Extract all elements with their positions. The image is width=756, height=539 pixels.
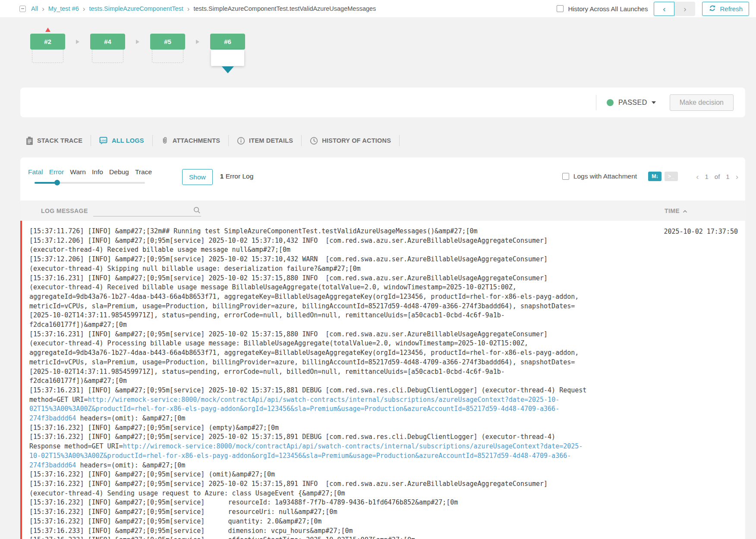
clipboard-icon xyxy=(26,137,33,145)
page-prev-icon[interactable]: ‹ xyxy=(696,172,699,181)
clock-icon xyxy=(310,137,318,145)
breadcrumb-separator-icon: › xyxy=(83,5,85,13)
log-text-segment: [15:37:16.232] [INFO] &amp#27;[0;95m[ser… xyxy=(29,498,458,506)
log-level-warn[interactable]: Warn xyxy=(70,168,85,176)
log-table-header: LOG MESSAGE TIME xyxy=(20,201,745,221)
breadcrumb-item[interactable]: All xyxy=(31,5,38,12)
sort-asc-icon xyxy=(683,207,687,214)
tab-history-of-actions[interactable]: HISTORY OF ACTIONS xyxy=(302,137,399,145)
breadcrumb-separator-icon: › xyxy=(42,5,44,13)
slider-handle[interactable] xyxy=(54,180,60,185)
log-line: [15:37:12.206] [INFO] &amp#27;[0;95m[ser… xyxy=(29,236,588,255)
logs-panel: FatalErrorWarnInfoDebugTrace Show 1 Erro… xyxy=(20,157,745,539)
breadcrumb-collapse-toggle[interactable] xyxy=(19,6,26,12)
history-separator xyxy=(125,34,150,66)
item-nav-group: ‹ › xyxy=(654,2,695,16)
prev-item-button[interactable]: ‹ xyxy=(654,2,674,16)
logs-with-attachment-checkbox[interactable] xyxy=(562,173,569,180)
history-badge-6[interactable]: #6 xyxy=(210,34,245,50)
log-line: [15:37:16.232] [INFO] &amp#27;[0;95m[ser… xyxy=(29,470,588,479)
breadcrumb-item[interactable]: tests.SimpleAzureComponentTest xyxy=(89,5,183,12)
status-dropdown[interactable]: PASSED xyxy=(607,99,656,107)
log-text-segment: [15:37:16.232] [INFO] &amp#27;[0;95m[ser… xyxy=(29,517,321,525)
log-level-labels: FatalErrorWarnInfoDebugTrace xyxy=(28,168,152,176)
log-text-segment: [15:37:11.726] [INFO] &amp#27;[32m## Run… xyxy=(29,227,478,235)
log-entry-time: 2025-10-02 17:37:50 xyxy=(664,228,738,235)
tab-attachments[interactable]: ATTACHMENTS xyxy=(153,136,228,145)
status-label: PASSED xyxy=(618,99,647,107)
history-badge-4[interactable]: #4 xyxy=(90,34,125,50)
filter-bar-right: Logs with Attachment M↓ >_ ‹ 1 of 1 › xyxy=(562,172,738,181)
log-line: [15:37:16.232] [INFO] &amp#27;[0;95m[ser… xyxy=(29,508,588,517)
markdown-view-toggle[interactable]: M↓ xyxy=(648,172,662,181)
log-level-slider[interactable] xyxy=(35,180,145,185)
top-bar-actions: History Across All Launches ‹ › Refresh xyxy=(557,2,749,16)
log-entry-row[interactable]: [15:37:11.726] [INFO] &amp#27;[32m## Run… xyxy=(20,221,745,539)
chevron-left-icon: ‹ xyxy=(663,5,665,13)
arrow-right-icon xyxy=(76,40,79,44)
error-log-count-label: Error Log xyxy=(224,172,253,180)
history-badge-2[interactable]: #2 xyxy=(30,34,65,50)
log-level-info[interactable]: Info xyxy=(92,168,103,176)
history-across-checkbox[interactable] xyxy=(557,5,564,12)
log-text-segment: [15:37:16.233] [INFO] &amp#27;[0;95m[ser… xyxy=(29,527,353,535)
log-line: [15:37:16.231] [INFO] &amp#27;[0;95m[ser… xyxy=(29,274,588,330)
page-of-label: of xyxy=(715,173,720,180)
log-level-trace[interactable]: Trace xyxy=(135,168,152,176)
status-divider xyxy=(596,95,596,110)
tab-item-details[interactable]: ITEM DETAILS xyxy=(229,137,301,145)
failed-marker-icon xyxy=(45,28,50,32)
selected-item-caret-icon xyxy=(222,66,234,73)
time-header[interactable]: TIME xyxy=(665,207,687,214)
tab-label: ITEM DETAILS xyxy=(249,137,293,144)
tab-all-logs[interactable]: LOGALL LOGS xyxy=(91,137,152,145)
show-button[interactable]: Show xyxy=(182,169,213,185)
log-text-segment: [15:37:12.206] [INFO] &amp#27;[0;95m[ser… xyxy=(29,237,551,254)
log-line: [15:37:16.232] [INFO] &amp#27;[0;95m[ser… xyxy=(29,498,588,508)
status-card: PASSED Make decision xyxy=(20,88,745,117)
make-decision-button[interactable]: Make decision xyxy=(670,94,734,111)
slider-fill xyxy=(35,182,57,184)
tab-label: STACK TRACE xyxy=(37,137,82,144)
log-line: [15:37:16.232] [INFO] &amp#27;[0;95m[ser… xyxy=(29,423,588,433)
chevron-right-icon: › xyxy=(684,5,686,13)
log-level-fatal[interactable]: Fatal xyxy=(28,168,43,176)
log-file-icon: LOG xyxy=(99,137,108,145)
tab-label: HISTORY OF ACTIONS xyxy=(322,137,391,144)
log-text-segment: headers=(omit): &amp#27;[0m xyxy=(76,414,185,422)
log-text-segment: [15:37:16.232] [INFO] &amp#27;[0;95m[ser… xyxy=(29,480,551,497)
history-empty-slot xyxy=(152,50,183,63)
history-selected-box xyxy=(211,50,244,66)
log-text-segment: [15:37:16.233] [INFO] &amp#27;[0;95m[ser… xyxy=(29,536,415,539)
log-text-segment: [15:37:16.231] [INFO] &amp#27;[0;95m[ser… xyxy=(29,330,583,385)
page-next-icon[interactable]: › xyxy=(736,172,738,181)
log-level-debug[interactable]: Debug xyxy=(109,168,129,176)
refresh-button[interactable]: Refresh xyxy=(702,2,749,16)
log-message-filter-input[interactable] xyxy=(93,205,201,216)
error-log-count: 1 Error Log xyxy=(220,172,254,180)
history-item: #5 xyxy=(150,34,185,66)
passed-status-dot-icon xyxy=(607,99,614,106)
tab-stack-trace[interactable]: STACK TRACE xyxy=(20,137,91,145)
breadcrumb-item[interactable]: My_test #6 xyxy=(48,5,79,12)
log-line: [15:37:16.231] [INFO] &amp#27;[0;95m[ser… xyxy=(29,330,588,386)
log-line: [15:37:16.232] [INFO] &amp#27;[0;95m[ser… xyxy=(29,432,588,470)
log-line: [15:37:16.232] [INFO] &amp#27;[0;95m[ser… xyxy=(29,479,588,498)
history-separator xyxy=(65,34,90,66)
refresh-label: Refresh xyxy=(720,5,743,13)
page-current: 1 xyxy=(705,173,708,180)
breadcrumb: All›My_test #6›tests.SimpleAzureComponen… xyxy=(31,5,376,13)
history-item: #4 xyxy=(90,34,125,66)
log-line: [15:37:16.232] [INFO] &amp#27;[0;95m[ser… xyxy=(29,517,588,526)
history-badge-5[interactable]: #5 xyxy=(150,34,185,50)
log-level-filter: FatalErrorWarnInfoDebugTrace xyxy=(28,168,152,185)
tab-label: ALL LOGS xyxy=(112,137,144,144)
log-line: [15:37:11.726] [INFO] &amp#27;[32m## Run… xyxy=(29,227,588,236)
next-item-button[interactable]: › xyxy=(674,2,695,16)
console-view-toggle[interactable]: >_ xyxy=(665,172,678,181)
execution-history-track: #2#4#5#6 xyxy=(30,34,245,66)
breadcrumb-separator-icon: › xyxy=(187,5,190,13)
page-total: 1 xyxy=(726,173,729,180)
history-empty-slot xyxy=(92,50,123,63)
log-level-error[interactable]: Error xyxy=(49,168,64,176)
